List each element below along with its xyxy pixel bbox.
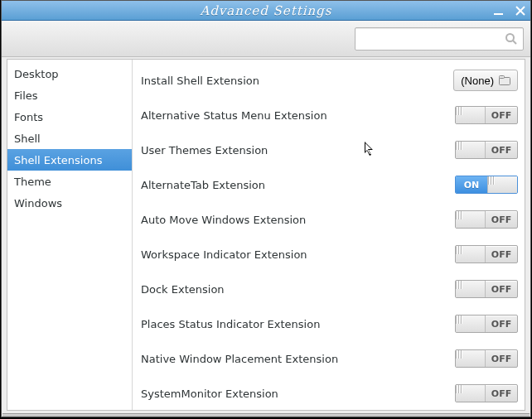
install-file-value: (None) <box>461 75 494 87</box>
sidebar-item-files[interactable]: Files <box>7 84 132 106</box>
extension-label: Workspace Indicator Extension <box>139 248 455 261</box>
extension-label: Auto Move Windows Extension <box>139 214 455 226</box>
row-alternative-status-menu-extension: Alternative Status Menu ExtensionOFF <box>139 98 518 132</box>
search-icon <box>505 32 518 46</box>
window: Advanced Settings DesktopFilesFontsShell… <box>1 0 531 417</box>
toggle-switch[interactable]: OFF <box>455 210 518 229</box>
row-auto-move-windows-extension: Auto Move Windows ExtensionOFF <box>139 202 518 237</box>
extension-label: Places Status Indicator Extension <box>139 318 455 330</box>
content-panel: DesktopFilesFontsShellShell ExtensionsTh… <box>7 59 525 411</box>
row-dock-extension: Dock ExtensionOFF <box>139 272 518 306</box>
toolbar <box>2 21 530 57</box>
toggle-switch[interactable]: OFF <box>455 384 518 402</box>
main-panel: Install Shell Extension(None)Alternative… <box>133 60 525 410</box>
sidebar: DesktopFilesFontsShellShell ExtensionsTh… <box>7 60 133 410</box>
install-label: Install Shell Extension <box>139 75 453 87</box>
install-file-chooser-button[interactable]: (None) <box>453 70 518 91</box>
row-install-shell-extension: Install Shell Extension(None) <box>139 63 518 98</box>
open-file-icon <box>499 75 510 85</box>
search-field[interactable] <box>355 27 524 51</box>
row-user-themes-extension: User Themes ExtensionOFF <box>139 132 518 167</box>
svg-rect-6 <box>500 76 505 79</box>
sidebar-item-windows[interactable]: Windows <box>7 192 132 214</box>
toggle-switch[interactable]: OFF <box>455 106 518 124</box>
titlebar[interactable]: Advanced Settings <box>2 1 530 21</box>
extension-label: Alternative Status Menu Extension <box>139 109 455 122</box>
minimize-button[interactable] <box>492 4 505 17</box>
row-systemmonitor-extension: SystemMonitor ExtensionOFF <box>139 376 518 410</box>
extension-label: AlternateTab Extension <box>139 179 455 191</box>
extension-label: Dock Extension <box>139 283 455 296</box>
row-alternatetab-extension: AlternateTab ExtensionON <box>139 167 518 202</box>
window-controls <box>492 1 527 21</box>
row-places-status-indicator-extension: Places Status Indicator ExtensionOFF <box>139 306 518 341</box>
window-resize-grip[interactable] <box>2 413 530 417</box>
toggle-switch[interactable]: OFF <box>455 315 518 333</box>
toggle-switch[interactable]: ON <box>455 176 518 194</box>
toggle-switch[interactable]: OFF <box>455 245 518 263</box>
row-native-window-placement-extension: Native Window Placement ExtensionOFF <box>139 341 518 376</box>
sidebar-item-fonts[interactable]: Fonts <box>7 106 132 128</box>
extension-label: Native Window Placement Extension <box>139 353 455 365</box>
sidebar-item-shell-extensions[interactable]: Shell Extensions <box>7 149 132 171</box>
toggle-switch[interactable]: OFF <box>455 280 518 298</box>
toggle-switch[interactable]: OFF <box>455 349 518 368</box>
extension-label: User Themes Extension <box>139 144 455 157</box>
svg-line-4 <box>513 41 516 44</box>
row-workspace-indicator-extension: Workspace Indicator ExtensionOFF <box>139 237 518 272</box>
sidebar-item-desktop[interactable]: Desktop <box>7 63 132 84</box>
search-input[interactable] <box>360 29 505 49</box>
extension-label: SystemMonitor Extension <box>139 388 455 400</box>
sidebar-item-shell[interactable]: Shell <box>7 128 132 149</box>
close-button[interactable] <box>514 4 527 17</box>
window-title: Advanced Settings <box>2 3 530 18</box>
sidebar-item-theme[interactable]: Theme <box>7 171 132 192</box>
svg-point-3 <box>506 34 514 41</box>
toggle-switch[interactable]: OFF <box>455 141 518 159</box>
